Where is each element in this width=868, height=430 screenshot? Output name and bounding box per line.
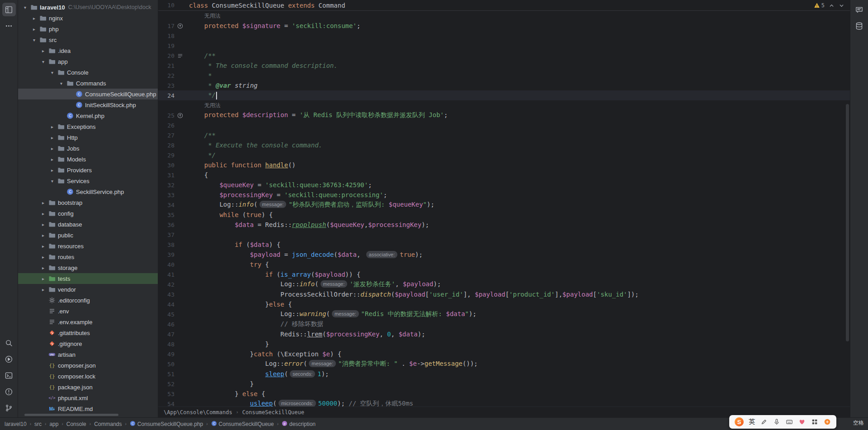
chevron-right-icon[interactable]: ▸ (30, 27, 38, 32)
code-line[interactable]: 42 Log::info(message:'派发秒杀任务', $payload)… (158, 279, 850, 289)
code-line[interactable]: 35 while (true) { (158, 210, 850, 220)
code-line[interactable]: 26 (158, 120, 850, 130)
tree-item-http[interactable]: ▸Http (18, 132, 158, 143)
code-line[interactable]: 无用法 (158, 100, 850, 110)
keyboard-icon[interactable] (785, 418, 793, 426)
code-line[interactable]: 48 } (158, 339, 850, 349)
navbar-item[interactable]: pdescription (282, 421, 316, 428)
navbar-item[interactable]: CConsumeSeckillQueue (211, 421, 274, 428)
skin-icon[interactable] (798, 418, 806, 426)
code-line[interactable]: 30 public function handle() (158, 160, 850, 170)
search-icon[interactable] (2, 336, 16, 350)
tree-item-laravel10[interactable]: ▾laravel10C:\Users\UOOYAA\Desktop\dock (18, 2, 158, 13)
code-line[interactable]: 44 }else { (158, 299, 850, 309)
tree-item-storage[interactable]: ▸storage (18, 262, 158, 273)
chevron-down-icon[interactable]: ▾ (39, 59, 47, 64)
tree-item-models[interactable]: ▸Models (18, 154, 158, 165)
code-viewport[interactable]: 无用法17 protected $signature = 'seckill:co… (158, 11, 850, 406)
code-line[interactable]: 54 usleep(microseconds:50000); // 空队列，休眠… (158, 399, 850, 406)
version-control-icon[interactable] (2, 401, 16, 415)
sticky-class-line[interactable]: 10class ConsumeSeckillQueue extends Comm… (158, 0, 850, 11)
tree-item-exceptions[interactable]: ▸Exceptions (18, 121, 158, 132)
code-line[interactable]: 43 ProcessSeckillOrder::dispatch($payloa… (158, 289, 850, 299)
code-line[interactable]: 20 /** (158, 51, 850, 61)
tree-item-jobs[interactable]: ▸Jobs (18, 143, 158, 154)
chevron-right-icon[interactable]: ▸ (48, 157, 57, 162)
code-line[interactable]: 40 try { (158, 260, 850, 269)
tree-item-database[interactable]: ▸database (18, 219, 158, 230)
ime-mode-toggle[interactable]: 英 (749, 418, 755, 426)
ai-assistant-icon[interactable] (853, 3, 866, 16)
chevron-right-icon[interactable]: ▸ (39, 211, 47, 216)
breadcrumb-item[interactable]: ConsumeSeckillQueue (242, 409, 304, 416)
code-line[interactable]: 37 (158, 230, 850, 240)
tree-item-console[interactable]: ▾Console (18, 67, 158, 78)
pen-icon[interactable] (760, 418, 768, 426)
tree-item-composer.lock[interactable]: {}composer.lock (18, 371, 158, 382)
tree-item-providers[interactable]: ▸Providers (18, 165, 158, 175)
tree-item-commands[interactable]: ▾Commands (18, 78, 158, 89)
tree-item-app[interactable]: ▾app (18, 56, 158, 67)
chevron-right-icon[interactable]: ▸ (39, 200, 47, 205)
chevron-right-icon[interactable]: ▸ (30, 16, 38, 21)
database-icon[interactable] (853, 19, 866, 33)
code-line[interactable]: 19 (158, 41, 850, 51)
code-line[interactable]: 17 protected $signature = 'seckill:consu… (158, 21, 850, 31)
code-line[interactable]: 47 Redis::lrem($processingKey, 0, $data)… (158, 329, 850, 339)
chevron-right-icon[interactable]: ▸ (48, 135, 57, 140)
problems-icon[interactable] (2, 385, 16, 398)
chevron-right-icon[interactable]: ▸ (48, 146, 57, 151)
code-line[interactable]: 21 * The console command description. (158, 61, 850, 71)
code-line[interactable]: 29 */ (158, 150, 850, 160)
tree-item-.editorconfig[interactable]: .editorconfig (18, 295, 158, 306)
code-line[interactable]: 18 (158, 31, 850, 41)
chevron-right-icon[interactable]: ▸ (39, 233, 47, 238)
tree-item-consumeseckillqueue.php[interactable]: CConsumeSeckillQueue.php (18, 89, 158, 99)
terminal-icon[interactable] (2, 369, 16, 382)
tree-item-composer.json[interactable]: {}composer.json (18, 360, 158, 371)
code-line[interactable]: 24 */ (158, 90, 850, 100)
tree-item-.env[interactable]: .env (18, 306, 158, 317)
chevron-right-icon[interactable]: ▸ (48, 124, 57, 129)
mic-icon[interactable] (773, 418, 780, 426)
chevron-down-icon[interactable]: ▾ (57, 81, 66, 86)
tree-item-phpunit.xml[interactable]: </>phpunit.xml (18, 392, 158, 403)
chevron-right-icon[interactable]: ▸ (39, 265, 47, 270)
tree-item-nginx[interactable]: ▸nginx (18, 13, 158, 24)
tree-item-tests[interactable]: ▸tests (18, 273, 158, 284)
code-line[interactable]: 38 if ($data) { (158, 240, 850, 250)
tree-item-public[interactable]: ▸public (18, 230, 158, 241)
code-line[interactable]: 无用法 (158, 11, 850, 21)
run-icon[interactable] (2, 352, 16, 366)
gift-icon[interactable] (823, 418, 831, 426)
tree-item-package.json[interactable]: {}package.json (18, 382, 158, 392)
tree-item-vendor[interactable]: ▸vendor (18, 284, 158, 295)
tree-item-kernel.php[interactable]: CKernel.php (18, 110, 158, 121)
code-line[interactable]: 49 }catch (\Exception $e) { (158, 349, 850, 359)
code-line[interactable]: 22 * (158, 71, 850, 80)
navbar-item[interactable]: CConsumeSeckillQueue.php (130, 421, 203, 428)
code-line[interactable]: 46 // 移除坏数据 (158, 319, 850, 329)
prev-problem-icon[interactable] (829, 3, 835, 9)
code-line[interactable]: 41 if (is_array($payload)) { (158, 269, 850, 279)
navbar-item[interactable]: Commands (94, 421, 122, 427)
tree-item-php[interactable]: ▸php (18, 24, 158, 34)
code-line[interactable]: 39 $payload = json_decode($data, associa… (158, 250, 850, 260)
tree-item-artisan[interactable]: phpartisan (18, 349, 158, 360)
tree-item-resources[interactable]: ▸resources (18, 241, 158, 251)
sogou-logo-icon[interactable]: S (735, 417, 744, 426)
tree-item-readme.md[interactable]: MREADME.md (18, 403, 158, 414)
code-line[interactable]: 10class ConsumeSeckillQueue extends Comm… (158, 0, 850, 10)
code-line[interactable]: 28 * Execute the console command. (158, 140, 850, 150)
navbar-item[interactable]: app (49, 421, 58, 427)
tree-item-.gitattributes[interactable]: .gitattributes (18, 327, 158, 338)
code-line[interactable]: 27 /** (158, 130, 850, 140)
navbar-item[interactable]: laravel10 (5, 421, 27, 427)
navbar-item[interactable]: Console (66, 421, 86, 427)
chevron-down-icon[interactable]: ▾ (48, 179, 57, 184)
toolbox-icon[interactable] (811, 418, 818, 426)
tree-item-.idea[interactable]: ▸.idea (18, 45, 158, 56)
code-line[interactable]: 25 protected $description = '从 Redis 队列中… (158, 110, 850, 120)
editor-area[interactable]: 10class ConsumeSeckillQueue extends Comm… (158, 0, 850, 417)
code-line[interactable]: 45 Log::warning(message:"Redis 中的数据无法解析:… (158, 309, 850, 319)
